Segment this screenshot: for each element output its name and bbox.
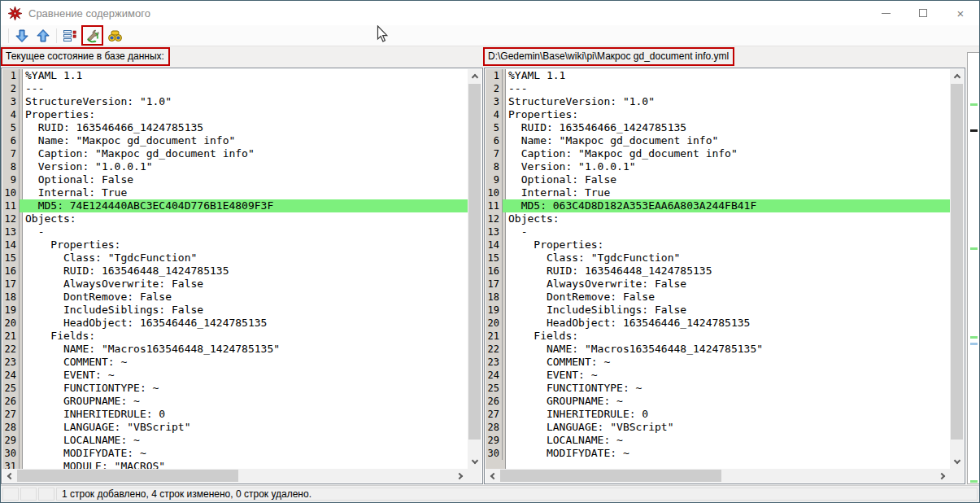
line-text: RUID: 163546448_1424785135 (20, 265, 468, 278)
chevron-up-icon (471, 74, 477, 81)
right-horizontal-scrollbar[interactable] (486, 469, 950, 483)
right-vertical-scrollbar[interactable] (950, 69, 964, 469)
code-line: 1%YAML 1.1 (486, 69, 950, 82)
line-text: Internal: True (503, 186, 950, 199)
code-line: 30 MODIFYDATE: ~ (2, 447, 468, 460)
line-text: GROUPNAME: ~ (20, 395, 468, 408)
left-code-area[interactable]: 1%YAML 1.1 2--- 3StructureVersion: "1.0"… (2, 69, 468, 469)
code-line: 10 Internal: True (486, 186, 950, 199)
line-text: RUID: 163546466_1424785135 (20, 121, 468, 134)
left-panel-header: Текущее состояние в базе данных: (1, 47, 170, 66)
scroll-up-button[interactable] (950, 69, 964, 83)
line-text: Properties: (503, 238, 950, 252)
code-line: 5 RUID: 163546466_1424785135 (2, 121, 468, 134)
right-hscroll-thumb[interactable] (500, 470, 721, 482)
scroll-right-button[interactable] (454, 469, 468, 483)
left-vscroll-thumb[interactable] (468, 84, 481, 440)
scroll-left-button[interactable] (2, 469, 16, 483)
code-line: 19 IncludeSiblings: False (2, 304, 468, 317)
chevron-left-icon (7, 472, 14, 479)
code-line: 4Properties: (2, 108, 468, 121)
minimize-button[interactable] (867, 1, 904, 25)
code-line: 21 Fields: (486, 330, 950, 343)
code-line: 19 IncludeSiblings: False (486, 304, 950, 317)
line-text: GROUPNAME: ~ (503, 395, 950, 408)
right-vscroll-thumb[interactable] (951, 84, 963, 440)
line-text: HeadObject: 163546446_1424785135 (20, 317, 468, 330)
line-text: LANGUAGE: "VBScript" (20, 421, 468, 434)
line-text: INHERITEDRULE: 0 (503, 408, 950, 421)
left-horizontal-scrollbar[interactable] (2, 469, 468, 483)
line-text: AlwaysOverwrite: False (503, 278, 950, 291)
line-number: 14 (2, 238, 20, 252)
line-text: Name: "Макрос gd_document info" (20, 134, 468, 147)
line-number: 26 (486, 395, 503, 408)
line-text: --- (20, 82, 468, 95)
scroll-up-button[interactable] (468, 69, 481, 83)
close-button[interactable]: × (942, 1, 979, 25)
search-button[interactable] (105, 26, 124, 45)
line-text: RUID: 163546466_1424785135 (503, 121, 950, 134)
code-line: 31 MODULE: "MACROS" (2, 460, 468, 469)
close-icon: × (957, 7, 965, 20)
previous-difference-button[interactable] (33, 26, 53, 45)
code-line: 9 Optional: False (2, 173, 468, 186)
window: Сравнение содержимого × (0, 0, 980, 503)
diff-map-tick (970, 480, 978, 483)
code-line: 13 - (486, 225, 950, 238)
chevron-right-icon (456, 472, 463, 479)
right-code-area[interactable]: 1%YAML 1.1 2--- 3StructureVersion: "1.0"… (486, 69, 950, 469)
line-text: %YAML 1.1 (20, 69, 468, 82)
title-bar: Сравнение содержимого × (1, 1, 979, 25)
left-hscroll-thumb[interactable] (17, 470, 238, 482)
code-line: 20 HeadObject: 163546446_1424785135 (2, 317, 468, 330)
code-line: 20 HeadObject: 163546446_1424785135 (486, 317, 950, 330)
code-line: 22 NAME: "Macros163546448_1424785135" (2, 343, 468, 356)
line-text: LOCALNAME: ~ (20, 434, 468, 447)
line-text: IncludeSiblings: False (503, 304, 950, 317)
differences-list-button[interactable] (60, 26, 80, 45)
status-cell (38, 488, 54, 501)
line-number: 1 (486, 69, 503, 82)
line-number: 13 (2, 225, 20, 238)
right-panel-header: D:\Gedemin\Base\wiki\pi\Макрос gd_docume… (483, 47, 734, 66)
line-number: 7 (2, 147, 20, 160)
diff-map-tick (970, 103, 978, 106)
maximize-button[interactable] (904, 1, 942, 25)
scroll-down-button[interactable] (468, 455, 481, 469)
line-number: 25 (2, 382, 20, 395)
line-text: Version: "1.0.0.1" (503, 160, 950, 173)
code-line: 21 Fields: (2, 330, 468, 343)
compare-settings-button[interactable] (81, 25, 103, 46)
line-number: 16 (486, 265, 503, 278)
line-number: 28 (486, 421, 503, 434)
line-number: 29 (2, 434, 20, 447)
next-difference-button[interactable] (12, 26, 32, 45)
code-line: 28 LANGUAGE: "VBScript" (2, 421, 468, 434)
diff-overview-map[interactable] (967, 52, 979, 484)
line-text: EVENT: ~ (20, 369, 468, 382)
line-number: 30 (486, 447, 503, 460)
scroll-left-button[interactable] (486, 469, 499, 483)
left-diff-pane: 1%YAML 1.1 2--- 3StructureVersion: "1.0"… (1, 68, 483, 484)
code-line: 14 Properties: (486, 238, 950, 252)
line-number: 15 (2, 252, 20, 265)
line-text: --- (503, 82, 950, 95)
scroll-right-button[interactable] (936, 469, 950, 483)
diff-map-tick (970, 343, 978, 345)
line-number: 23 (2, 356, 20, 369)
line-number: 8 (486, 160, 503, 173)
code-line: 27 INHERITEDRULE: 0 (486, 408, 950, 421)
scroll-down-button[interactable] (950, 455, 964, 469)
code-line: 24 EVENT: ~ (486, 369, 950, 382)
line-text: DontRemove: False (503, 291, 950, 304)
toolbar-separator (56, 28, 57, 43)
left-vertical-scrollbar[interactable] (468, 69, 481, 469)
status-bar: 1 строк добавлено, 4 строк изменено, 0 с… (1, 485, 979, 502)
line-text: Properties: (20, 238, 468, 252)
line-text: Optional: False (503, 173, 950, 186)
line-number: 24 (2, 369, 20, 382)
wrench-refresh-icon (85, 28, 100, 43)
line-text: INHERITEDRULE: 0 (20, 408, 468, 421)
line-number: 17 (486, 278, 503, 291)
